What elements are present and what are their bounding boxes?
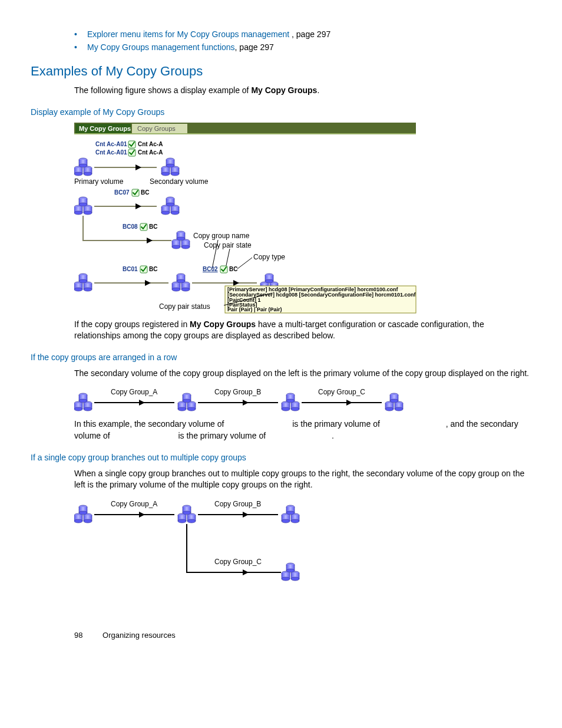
label: BC01 [123,266,138,272]
label-copy-group-name: Copy group name [193,232,250,240]
figure-display-example: My Copy Groups Copy Groups Cnt Ac-A01 Cn… [74,123,504,319]
label: Copy Group_A [111,500,157,508]
bullet-rest: , page 297 [292,29,330,39]
label-secondary-volume: Secondary volume [150,177,209,186]
page-number: 98 [74,631,82,640]
link[interactable]: My Copy Groups management functions [87,42,235,52]
svg-rect-7 [74,133,416,134]
subheading-display-example: Display example of My Copy Groups [31,107,531,117]
check-icon [128,141,135,148]
volume-cluster-icon [282,393,299,411]
check-icon [220,266,227,273]
label: Cnt Ac-A01 [95,141,127,147]
volume-cluster-icon [172,274,190,291]
label-copy-pair-status: Copy pair status [159,302,210,311]
label: BC [141,189,149,196]
volume-cluster-icon [74,393,92,411]
label: BC02 [203,266,218,272]
check-icon [140,266,147,273]
intro-para: The following figure shows a display exa… [74,85,531,97]
para-multitarget: If the copy groups registered in My Copy… [74,319,531,342]
svg-line-12 [237,258,252,269]
check-icon [128,149,135,156]
volume-cluster-icon [178,393,196,411]
volume-cluster-icon [74,197,92,215]
para-row-desc: The secondary volume of the copy group d… [74,368,531,380]
label: BC08 [123,223,138,230]
volume-cluster-icon [74,158,92,176]
link[interactable]: Explorer menu items for My Copy Groups m… [87,29,292,39]
label-copy-type: Copy type [253,253,285,261]
text: . [332,431,334,440]
text: The following figure shows a display exa… [74,85,251,95]
text: If the copy groups registered in [74,319,190,329]
label: BC [229,266,237,272]
heading-examples: Examples of My Copy Groups [31,64,531,79]
label: Copy Group_A [111,388,157,396]
volume-cluster-icon [172,231,190,249]
text: is the primary volume of [290,419,382,429]
subheading-arranged-row: If the copy groups are arranged in a row [31,353,531,362]
text-bold: My Copy Groups [190,319,256,329]
para-row-example: In this example, the secondary volume of… [74,419,531,442]
bullet-item: My Copy Groups management functions, pag… [74,42,531,52]
label: BC07 [114,189,130,196]
text: . [317,85,319,95]
subheading-branches: If a single copy group branches out to m… [31,453,531,462]
check-icon [140,223,147,230]
volume-cluster-icon [161,158,179,176]
label-copy-pair-state: Copy pair state [204,241,252,249]
tooltip-line: Pair (Pair) | Pair (Pair) [227,307,282,312]
label-primary-volume: Primary volume [74,177,124,186]
volume-cluster-icon [74,274,92,291]
volume-cluster-icon [178,505,196,523]
label: BC [149,223,157,230]
label: Cnt Ac-A [138,141,163,147]
bullet-rest: , page 297 [235,42,274,52]
section-title: Organizing resources [103,631,176,640]
volume-cluster-icon [74,505,92,523]
volume-cluster-icon [282,505,299,523]
volume-cluster-icon [385,393,403,411]
volume-cluster-icon [161,197,179,215]
label: Copy Group_B [214,388,261,396]
label: Copy Group_B [214,500,261,508]
tab-my-copy-groups[interactable]: My Copy Groups [79,125,131,132]
label: BC [149,266,157,272]
text: In this example, the secondary volume of [74,419,226,429]
tab-copy-groups[interactable]: Copy Groups [137,125,176,132]
top-bullets: Explorer menu items for My Copy Groups m… [74,29,531,52]
volume-cluster-icon [282,563,299,581]
text: is the primary volume of [176,431,268,440]
figure-row: Copy Group_A Copy Group_B Copy Group_C [74,387,531,419]
para-branch-desc: When a single copy group branches out to… [74,468,531,491]
label: Cnt Ac-A01 [95,149,127,156]
page-footer: 98 Organizing resources [31,631,531,640]
check-icon [132,189,139,196]
label: Copy Group_C [318,388,365,396]
label: Copy Group_C [214,558,262,566]
label: Cnt Ac-A [138,149,163,156]
figure-branch: Copy Group_A Copy Group_B Copy Group_C [74,499,531,595]
bullet-item: Explorer menu items for My Copy Groups m… [74,29,531,39]
text-bold: My Copy Groups [251,85,317,95]
